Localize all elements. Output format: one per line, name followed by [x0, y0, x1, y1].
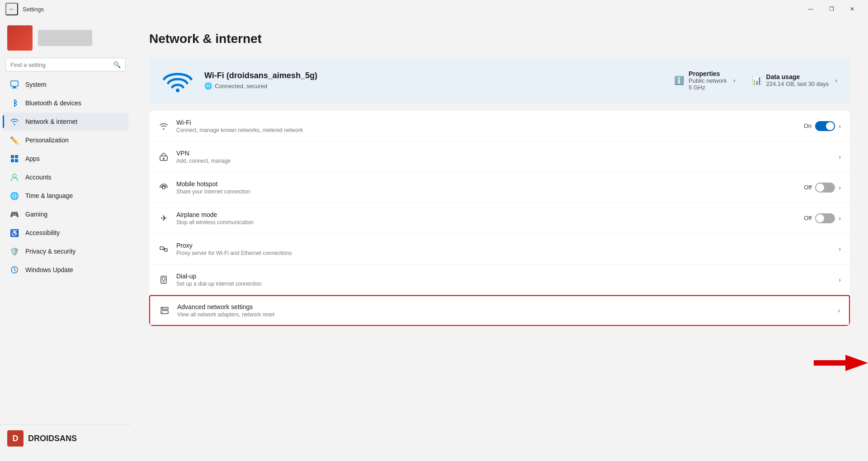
svg-rect-5: [11, 159, 14, 162]
airplane-toggle[interactable]: [815, 213, 835, 223]
settings-list: Wi-Fi Connect, manage known networks, me…: [149, 111, 850, 326]
sidebar-item-label-network: Network & internet: [25, 118, 77, 125]
page-title: Network & internet: [149, 32, 850, 46]
proxy-chevron: ›: [839, 245, 841, 253]
hotspot-toggle[interactable]: [815, 183, 835, 193]
settings-item-hotspot[interactable]: Mobile hotspot Share your internet conne…: [149, 172, 850, 203]
wifi-toggle[interactable]: [815, 121, 835, 131]
wifi-item-right: On ›: [804, 121, 841, 131]
accounts-icon: [10, 173, 19, 182]
properties-detail2: 5 GHz: [689, 84, 727, 91]
properties-link[interactable]: ℹ️ Properties Public network 5 GHz ›: [674, 70, 735, 91]
window-controls: — ❐ ✕: [800, 2, 863, 16]
wifi-status-text: Connected, secured: [215, 83, 267, 89]
svg-point-19: [162, 308, 163, 309]
back-button[interactable]: ←: [5, 3, 18, 15]
sidebar-item-label-privacy: Privacy & security: [25, 248, 75, 255]
brand-letter: D: [13, 434, 19, 443]
search-box[interactable]: 🔍: [5, 58, 126, 71]
proxy-item-right: ›: [839, 245, 841, 253]
svg-point-8: [176, 89, 179, 92]
settings-item-proxy[interactable]: Proxy Proxy server for Wi-Fi and Etherne…: [149, 234, 850, 264]
properties-chevron: ›: [733, 77, 736, 84]
sidebar-nav: System Bluetooth & devices Network & int…: [0, 75, 131, 279]
settings-item-vpn[interactable]: VPN Add, connect, manage ›: [149, 141, 850, 172]
airplane-item-right: Off ›: [804, 213, 841, 223]
advanced-icon: [159, 306, 170, 315]
titlebar: ← Settings — ❐ ✕: [0, 0, 868, 18]
sidebar-item-label-accessibility: Accessibility: [25, 229, 60, 236]
wifi-hero-icon: [162, 68, 193, 93]
sidebar-item-update[interactable]: Windows Update: [3, 261, 128, 279]
data-usage-link[interactable]: 📊 Data usage 224.14 GB, last 30 days ›: [752, 73, 837, 87]
svg-rect-0: [11, 81, 18, 86]
settings-item-advanced[interactable]: Advanced network settings View all netwo…: [149, 295, 850, 326]
system-icon: [10, 80, 19, 89]
wifi-arc-icon: [162, 68, 193, 93]
airplane-item-title: Airplane mode: [176, 211, 797, 218]
wifi-chevron: ›: [839, 122, 841, 130]
data-usage-label: Data usage: [766, 73, 829, 80]
data-usage-detail: 224.14 GB, last 30 days: [766, 80, 829, 87]
dialup-icon: [158, 275, 169, 284]
svg-point-7: [13, 174, 16, 178]
hotspot-icon: [158, 183, 169, 192]
svg-rect-1: [13, 87, 16, 88]
settings-item-wifi[interactable]: Wi-Fi Connect, manage known networks, me…: [149, 111, 850, 141]
sidebar-item-time[interactable]: 🌐 Time & language: [3, 187, 128, 205]
advanced-item-right: ›: [838, 307, 840, 314]
sidebar-item-label-bluetooth: Bluetooth & devices: [25, 99, 81, 107]
properties-info: Properties Public network 5 GHz: [689, 70, 727, 91]
dialup-chevron: ›: [839, 276, 841, 283]
brand-logo: D: [7, 430, 24, 447]
hero-properties: ℹ️ Properties Public network 5 GHz › 📊 D…: [674, 70, 837, 91]
airplane-item-text: Airplane mode Stop all wireless communic…: [176, 211, 797, 226]
sidebar-item-network[interactable]: Network & internet: [3, 113, 128, 131]
sidebar-item-label-apps: Apps: [25, 155, 40, 162]
vpn-item-desc: Add, connect, manage: [176, 158, 831, 164]
sidebar-item-label-update: Windows Update: [25, 266, 73, 273]
avatar: [7, 25, 33, 51]
sidebar-item-system[interactable]: System: [3, 75, 128, 94]
info-icon: ℹ️: [674, 75, 684, 85]
sidebar-item-privacy[interactable]: 🛡️ Privacy & security: [3, 242, 128, 260]
wifi-hero-card: Wi-Fi (droidsans_aimesh_5g) 🌐 Connected,…: [149, 57, 850, 103]
maximize-button[interactable]: ❐: [821, 2, 842, 16]
close-button[interactable]: ✕: [842, 2, 863, 16]
app-title: Settings: [23, 6, 44, 13]
sidebar-item-label-gaming: Gaming: [25, 211, 47, 218]
hotspot-toggle-label: Off: [804, 184, 811, 191]
wifi-toggle-label: On: [804, 122, 811, 129]
airplane-toggle-label: Off: [804, 215, 811, 221]
sidebar-item-bluetooth[interactable]: Bluetooth & devices: [3, 94, 128, 112]
sidebar-item-accounts[interactable]: Accounts: [3, 168, 128, 186]
properties-label: Properties: [689, 70, 727, 77]
sidebar-item-accessibility[interactable]: ♿ Accessibility: [3, 224, 128, 242]
minimize-button[interactable]: —: [800, 2, 821, 16]
svg-point-15: [163, 281, 165, 282]
advanced-chevron: ›: [838, 307, 840, 314]
network-icon: [10, 117, 19, 126]
brand-section: D DROIDSANS: [0, 424, 131, 452]
vpn-item-title: VPN: [176, 150, 831, 157]
search-input[interactable]: [10, 61, 109, 68]
sidebar-item-personalization[interactable]: ✏️ Personalization: [3, 131, 128, 149]
profile-name: [38, 30, 92, 46]
dialup-item-desc: Set up a dial-up internet connection: [176, 281, 831, 287]
settings-item-airplane[interactable]: ✈ Airplane mode Stop all wireless commun…: [149, 203, 850, 234]
sidebar-item-gaming[interactable]: 🎮 Gaming: [3, 205, 128, 223]
wifi-ssid: Wi-Fi (droidsans_aimesh_5g): [204, 71, 663, 80]
sidebar-item-label-system: System: [25, 81, 47, 88]
vpn-item-right: ›: [839, 153, 841, 160]
main-content: Network & internet Wi-Fi (droidsans_aime…: [131, 18, 868, 461]
proxy-item-desc: Proxy server for Wi-Fi and Ethernet conn…: [176, 250, 831, 256]
svg-point-11: [162, 186, 165, 189]
globe-icon: 🌐: [204, 82, 212, 89]
properties-detail1: Public network: [689, 77, 727, 84]
sidebar-item-apps[interactable]: Apps: [3, 150, 128, 168]
profile-section: [0, 18, 131, 56]
hotspot-item-desc: Share your internet connection: [176, 188, 797, 195]
settings-item-dialup[interactable]: Dial-up Set up a dial-up internet connec…: [149, 264, 850, 295]
sidebar-item-label-personalization: Personalization: [25, 136, 69, 144]
accessibility-icon: ♿: [10, 228, 19, 237]
